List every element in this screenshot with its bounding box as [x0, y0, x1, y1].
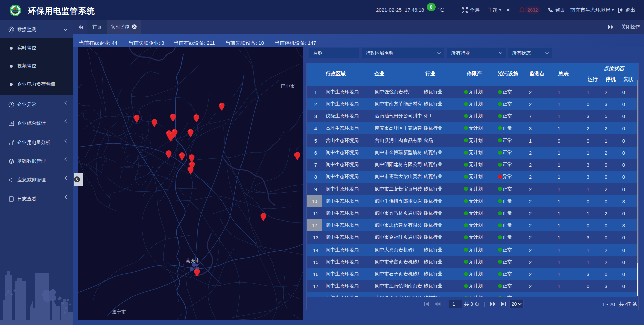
svg-text:遂宁市: 遂宁市	[112, 309, 126, 314]
svg-text:巴中市: 巴中市	[281, 83, 295, 89]
svg-text:南充市: 南充市	[186, 258, 200, 263]
